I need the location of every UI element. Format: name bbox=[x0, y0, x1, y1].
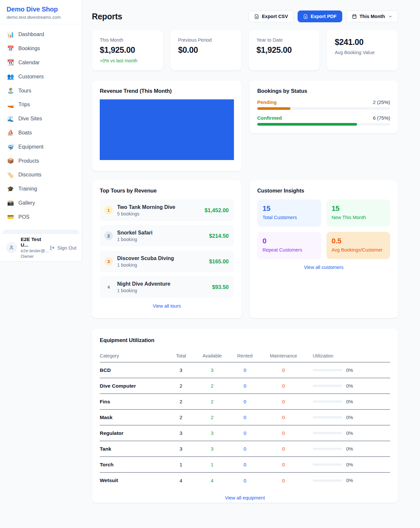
utilization-bar-track bbox=[313, 448, 342, 450]
sidebar-item-label: Equipment bbox=[18, 144, 44, 150]
revenue-bar bbox=[100, 99, 234, 160]
user-info: E2E Test U... e2e-tester@... Owner bbox=[21, 236, 50, 259]
equipment-maintenance: 0 bbox=[262, 415, 305, 420]
period-label: This Month bbox=[360, 14, 385, 19]
sidebar-item-dashboard[interactable]: 📊 Dashboard bbox=[3, 28, 79, 42]
sidebar-item-equipment[interactable]: 🤿 Equipment bbox=[3, 140, 79, 154]
export-pdf-button[interactable]: Export PDF bbox=[298, 10, 342, 22]
calendar-icon: 📆 bbox=[7, 59, 14, 66]
period-selector[interactable]: This Month bbox=[346, 10, 398, 22]
utilization-percent: 0% bbox=[346, 478, 353, 483]
utilization-percent: 0% bbox=[346, 415, 353, 420]
tour-revenue: $214.50 bbox=[209, 233, 229, 239]
sidebar-item-label: Training bbox=[18, 186, 37, 192]
rank-badge: 2 bbox=[104, 232, 113, 240]
equipment-utilization: 0% bbox=[305, 383, 390, 389]
utilization-percent: 0% bbox=[346, 446, 353, 452]
equipment-rented: 0 bbox=[228, 430, 262, 436]
sailboat-icon: ⛵ bbox=[7, 129, 14, 136]
status-label: Confirmed bbox=[257, 115, 282, 121]
equipment-category: Wetsuit bbox=[100, 477, 165, 483]
table-row: Dive Computer 2 2 0 0 0% bbox=[100, 378, 390, 394]
tile-value: 15 bbox=[262, 204, 316, 213]
equipment-category: Tank bbox=[100, 446, 165, 452]
customers-icon: 👥 bbox=[7, 73, 14, 80]
stat-label: This Month bbox=[100, 37, 155, 43]
rank-badge: 1 bbox=[104, 206, 113, 214]
stat-value: $1,925.00 bbox=[257, 45, 312, 55]
equipment-available: 3 bbox=[197, 446, 228, 452]
column-header: Utilization bbox=[305, 353, 390, 358]
sidebar-item-dive-sites[interactable]: 🌊 Dive Sites bbox=[3, 112, 79, 126]
sidebar-item-label: Tours bbox=[18, 88, 31, 94]
brand-domain: demo.test.divestreams.com bbox=[7, 15, 75, 20]
column-header: Available bbox=[197, 353, 228, 358]
bookings-by-status-card: Bookings by Status Pending 2 (25%) Confi… bbox=[249, 81, 398, 133]
stat-card-this-month: This Month $1,925.00 +0% vs last month bbox=[92, 30, 163, 71]
brand-name: Demo Dive Shop bbox=[7, 6, 75, 13]
brand: Demo Dive Shop demo.test.divestreams.com bbox=[0, 0, 82, 24]
equipment-total: 3 bbox=[165, 367, 197, 373]
sign-out-button[interactable]: Sign Out bbox=[50, 245, 76, 251]
equipment-category: Torch bbox=[100, 462, 165, 468]
status-bar-track bbox=[257, 107, 390, 110]
equipment-maintenance: 0 bbox=[262, 383, 305, 389]
utilization-percent: 0% bbox=[346, 462, 353, 467]
sidebar-item-pos[interactable]: 💳 POS bbox=[3, 210, 79, 224]
export-csv-button[interactable]: Export CSV bbox=[249, 10, 294, 22]
sidebar-item-customers[interactable]: 👥 Customers bbox=[3, 70, 79, 84]
equipment-category: Fins bbox=[100, 399, 165, 405]
stats-row: This Month $1,925.00 +0% vs last month P… bbox=[92, 30, 398, 71]
equipment-utilization: 0% bbox=[305, 431, 390, 436]
wave-icon: 🌊 bbox=[7, 115, 14, 122]
sidebar-item-gallery[interactable]: 📸 Gallery bbox=[3, 196, 79, 210]
table-row: Fins 2 2 0 0 0% bbox=[100, 394, 390, 410]
sidebar-item-label: Dive Sites bbox=[18, 116, 42, 122]
tile-avg-bookings-customer: 0.5 Avg Bookings/Customer bbox=[326, 232, 390, 259]
sidebar-item-boats[interactable]: ⛵ Boats bbox=[3, 126, 79, 140]
dashboard-icon: 📊 bbox=[7, 31, 14, 38]
equipment-utilization: 0% bbox=[305, 478, 390, 483]
tile-label: Total Customers bbox=[262, 215, 316, 220]
equipment-utilization: 0% bbox=[305, 415, 390, 420]
view-all-tours-link[interactable]: View all tours bbox=[100, 303, 234, 309]
status-count: 6 (75%) bbox=[373, 115, 390, 121]
sidebar-item-trips[interactable]: 🚤 Trips bbox=[3, 98, 79, 112]
tile-value: 15 bbox=[332, 204, 385, 213]
top-tours-card: Top Tours by Revenue 1 Two Tank Morning … bbox=[92, 180, 242, 318]
sidebar-item-label: Discounts bbox=[18, 172, 41, 178]
package-icon: 📦 bbox=[7, 157, 14, 164]
sidebar-item-tours[interactable]: 🏝️ Tours bbox=[3, 84, 79, 98]
sidebar-item-label: Boats bbox=[18, 130, 32, 136]
sidebar-item-label: Bookings bbox=[18, 46, 40, 51]
equipment-maintenance: 0 bbox=[262, 430, 305, 436]
equipment-utilization: 0% bbox=[305, 399, 390, 404]
rank-badge: 4 bbox=[104, 283, 113, 291]
column-header: Category bbox=[100, 353, 165, 358]
sidebar-item-label: Products bbox=[18, 158, 39, 164]
equipment-available: 2 bbox=[197, 383, 228, 389]
sign-out-icon bbox=[50, 245, 55, 251]
tour-name: Two Tank Morning Dive bbox=[117, 204, 200, 210]
equipment-category: Regulator bbox=[100, 430, 165, 436]
export-csv-label: Export CSV bbox=[262, 14, 288, 19]
sidebar-item-products[interactable]: 📦 Products bbox=[3, 154, 79, 168]
equipment-category: Dive Computer bbox=[100, 383, 165, 389]
view-all-equipment-link[interactable]: View all equipment bbox=[100, 495, 390, 500]
status-bar-track bbox=[257, 123, 390, 126]
equipment-maintenance: 0 bbox=[262, 462, 305, 467]
sidebar-item-training[interactable]: 🎓 Training bbox=[3, 182, 79, 196]
status-bar-fill bbox=[257, 123, 357, 126]
file-icon bbox=[254, 14, 259, 19]
sidebar-item-bookings[interactable]: 📅 Bookings bbox=[3, 42, 79, 56]
stat-label: Previous Period bbox=[178, 37, 234, 43]
equipment-total: 2 bbox=[165, 415, 197, 420]
view-all-customers-link[interactable]: View all customers bbox=[257, 265, 390, 270]
equipment-category: Mask bbox=[100, 415, 165, 420]
trips-speedboat-icon: 🚤 bbox=[7, 101, 14, 108]
insight-tiles: 15 Total Customers 15 New This Month 0 R… bbox=[257, 199, 390, 259]
sidebar-item-discounts[interactable]: 🏷️ Discounts bbox=[3, 168, 79, 182]
status-bar-fill bbox=[257, 107, 290, 110]
tours-island-icon: 🏝️ bbox=[7, 87, 14, 94]
sidebar-item-calendar[interactable]: 📆 Calendar bbox=[3, 56, 79, 70]
